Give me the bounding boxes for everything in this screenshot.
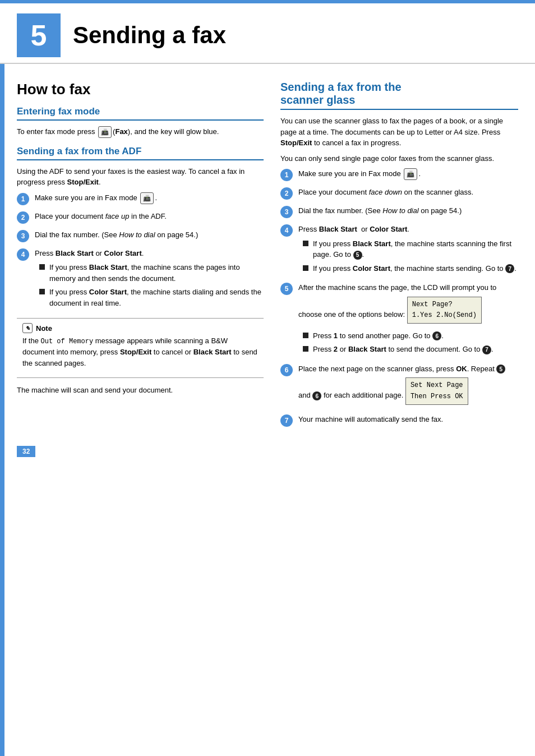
scanner-circle-6: 6 xyxy=(280,364,293,376)
note-text: If the Out of Memory message appears whi… xyxy=(22,335,258,368)
note-label: Note xyxy=(36,324,52,333)
adf-step-1: 1 Make sure you are in Fax mode 📠. xyxy=(17,192,264,205)
scanner-step-1: 1 Make sure you are in Fax mode 📠. xyxy=(280,168,518,181)
scanner-steps-list: 1 Make sure you are in Fax mode 📠. 2 Pla… xyxy=(280,168,518,427)
adf-step-3: 3 Dial the fax number. (See How to dial … xyxy=(17,229,264,242)
adf-intro: Using the ADF to send your faxes is the … xyxy=(17,166,264,188)
fax-icon-right: 📠 xyxy=(404,168,417,180)
left-column: How to fax Entering fax mode To enter fa… xyxy=(17,81,264,432)
adf-step-4: 4 Press Black Start or Color Start. If y… xyxy=(17,248,264,312)
fax-icon-step1: 📠 xyxy=(140,192,154,204)
fax-icon-inline: 📠 xyxy=(98,126,112,138)
adf-final-text: The machine will scan and send your docu… xyxy=(17,385,264,396)
step-circle-1: 1 xyxy=(17,193,29,205)
sending-from-adf-heading: Sending a fax from the ADF xyxy=(17,146,264,160)
scanner-glass-heading: Sending a fax from the scanner glass xyxy=(280,81,518,110)
scanner-circle-5: 5 xyxy=(280,283,293,295)
how-to-fax-heading: How to fax xyxy=(17,81,264,98)
bullet-5-2 xyxy=(303,346,308,352)
adf-sub-1: If you press Black Start, the machine sc… xyxy=(35,262,264,284)
note-box: ✎ Note If the Out of Memory message appe… xyxy=(17,318,264,378)
scanner-circle-3: 3 xyxy=(280,206,293,218)
scanner-circle-7: 7 xyxy=(280,414,293,427)
scanner-step-6: 6 Place the next page on the scanner gla… xyxy=(280,363,518,408)
note-icon: ✎ xyxy=(22,323,33,333)
bullet-1 xyxy=(39,264,45,270)
bullet-4-1 xyxy=(303,241,308,246)
entering-fax-intro: To enter fax mode press 📠(Fax), and the … xyxy=(17,126,264,138)
bullet-2 xyxy=(39,289,45,294)
scanner-intro-1: You can use the scanner glass to fax the… xyxy=(280,116,518,149)
step-circle-2: 2 xyxy=(17,211,29,224)
scanner-step-7: 7 Your machine will automatically send t… xyxy=(280,414,518,427)
scanner-step-4: 4 Press Black Start or Color Start. If y… xyxy=(280,224,518,276)
bullet-4-2 xyxy=(303,265,308,271)
scanner-sub-5-2: Press 2 or Black Start to send the docum… xyxy=(298,344,518,355)
adf-steps-list: 1 Make sure you are in Fax mode 📠. 2 Pla… xyxy=(17,192,264,312)
entering-fax-mode-heading: Entering fax mode xyxy=(17,106,264,121)
page-number: 32 xyxy=(17,446,35,457)
lcd-display-6: Set Next PageThen Press OK xyxy=(405,377,468,404)
adf-step-2: 2 Place your document face up in the ADF… xyxy=(17,211,264,224)
scanner-sub-5-1: Press 1 to send another page. Go to 6. xyxy=(298,330,518,342)
bullet-5-1 xyxy=(303,333,308,338)
step-circle-3: 3 xyxy=(17,230,29,242)
scanner-intro-2: You can only send single page color faxe… xyxy=(280,153,518,164)
scanner-circle-1: 1 xyxy=(280,169,293,181)
scanner-step-5: 5 After the machine scans the page, the … xyxy=(280,282,518,358)
step-circle-4: 4 xyxy=(17,248,29,261)
scanner-sub-4-1: If you press Black Start, the machine st… xyxy=(298,238,518,260)
right-column: Sending a fax from the scanner glass You… xyxy=(280,81,518,432)
adf-sub-2: If you press Color Start, the machine st… xyxy=(35,287,264,308)
scanner-circle-4: 4 xyxy=(280,224,293,237)
lcd-display-5: Next Page?1.Yes 2.No(Send) xyxy=(407,297,482,324)
scanner-sub-4-2: If you press Color Start, the machine st… xyxy=(298,263,518,274)
scanner-circle-2: 2 xyxy=(280,187,293,200)
chapter-title: Sending a fax xyxy=(73,22,226,49)
chapter-number: 5 xyxy=(17,13,61,57)
scanner-step-2: 2 Place your document face down on the s… xyxy=(280,187,518,200)
scanner-step-3: 3 Dial the fax number. (See How to dial … xyxy=(280,205,518,218)
